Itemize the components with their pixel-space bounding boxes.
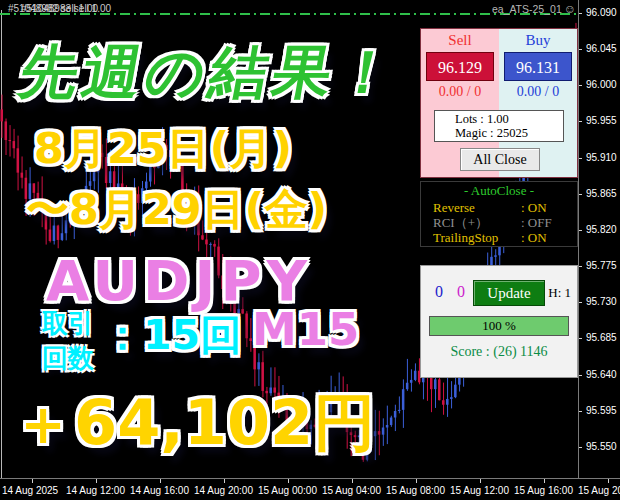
time-axis-label: 15 Aug 16:00 xyxy=(514,485,573,496)
autoclose-title: - AutoClose - xyxy=(421,183,577,199)
order-line-label: #51048983 sell 1.00 xyxy=(21,3,111,14)
price-axis-label: 95.550 xyxy=(586,441,617,452)
time-axis-label: 15 Aug 04:00 xyxy=(322,485,381,496)
count-magenta: 0 xyxy=(457,283,465,301)
price-axis-label: 95.865 xyxy=(586,188,617,199)
overlay-title: 先週の結果！ xyxy=(13,34,406,112)
score-text: Score : (26) 1146 xyxy=(421,344,577,360)
time-axis[interactable]: 14 Aug 202514 Aug 12:0014 Aug 16:0014 Au… xyxy=(0,478,620,500)
overlay-date-line2: 〜8月29日(金) xyxy=(26,181,327,239)
overlay-date-line1: 8月25日(月) xyxy=(34,120,292,178)
update-panel: 0 0 Update H: 1 100 % Score : (26) 1146 xyxy=(420,265,578,378)
overlay-trades-label: 取引 回数 xyxy=(42,306,94,376)
price-axis[interactable]: 96.09096.04596.00095.95595.91095.86595.8… xyxy=(578,0,620,478)
h-counter: H: 1 xyxy=(548,285,571,301)
time-axis-label: 14 Aug 2025 xyxy=(2,485,58,496)
buy-stats: 0.00 / 0 xyxy=(499,84,577,100)
price-axis-label: 95.685 xyxy=(586,332,617,343)
price-axis-label: 95.640 xyxy=(586,369,617,380)
price-tick xyxy=(579,194,582,195)
overlay-profit: ＋64,102円 xyxy=(12,381,375,465)
buy-header: Buy xyxy=(499,32,577,49)
price-tick xyxy=(579,266,582,267)
sell-header: Sell xyxy=(421,32,499,49)
price-tick xyxy=(579,302,582,303)
lots-value: Lots : 1.00 xyxy=(455,112,563,126)
autoclose-label: TrailingStop xyxy=(433,230,521,245)
price-axis-label: 95.820 xyxy=(586,224,617,235)
progress-bar: 100 % xyxy=(429,316,569,336)
price-axis-label: 95.730 xyxy=(586,296,617,307)
price-tick xyxy=(579,121,582,122)
price-axis-label: 95.910 xyxy=(586,152,617,163)
all-close-button[interactable]: All Close xyxy=(460,148,540,171)
price-axis-label: 96.090 xyxy=(586,7,617,18)
price-tick xyxy=(579,338,582,339)
time-tick xyxy=(160,479,161,483)
price-tick xyxy=(579,375,582,376)
autoclose-panel: - AutoClose - Reverse: ONRCI（+）: OFFTrai… xyxy=(420,181,578,247)
time-tick xyxy=(288,479,289,483)
price-axis-label: 95.955 xyxy=(586,115,617,126)
ea-name-text: ea_ATS-25_01 xyxy=(492,3,562,15)
time-tick xyxy=(416,479,417,483)
sell-button[interactable]: 96.129 xyxy=(426,52,494,81)
price-axis-label: 95.595 xyxy=(586,405,617,416)
autoclose-row: Reverse: ON xyxy=(421,200,577,215)
overlay-timeframe: M15 xyxy=(252,303,359,356)
count-blue: 0 xyxy=(435,283,443,301)
ea-smiley-icon[interactable]: ☺ xyxy=(564,3,576,15)
lots-magic-box: Lots : 1.00 Magic : 25025 xyxy=(434,110,564,142)
time-axis-label: 15 Aug 12:00 xyxy=(450,485,509,496)
price-tick xyxy=(579,158,582,159)
magic-value: Magic : 25025 xyxy=(455,126,563,140)
time-tick xyxy=(96,479,97,483)
time-tick xyxy=(32,479,33,483)
time-axis-label: 15 Aug 08:00 xyxy=(386,485,445,496)
autoclose-value: : ON xyxy=(521,230,547,245)
autoclose-value: : ON xyxy=(521,200,547,215)
autoclose-label: RCI（+） xyxy=(433,215,521,230)
time-axis-label: 15 Aug 00:00 xyxy=(258,485,317,496)
price-tick xyxy=(579,13,582,14)
price-axis-label: 96.000 xyxy=(586,79,617,90)
time-axis-label: 14 Aug 16:00 xyxy=(130,485,189,496)
price-tick xyxy=(579,49,582,50)
ea-title: ea_ATS-25_01 ☺ xyxy=(492,3,576,15)
update-row: 0 0 Update H: 1 xyxy=(421,280,577,306)
buy-button[interactable]: 96.131 xyxy=(504,52,572,81)
time-tick xyxy=(224,479,225,483)
autoclose-value: : OFF xyxy=(521,215,552,230)
autoclose-row: RCI（+）: OFF xyxy=(421,215,577,230)
price-tick xyxy=(579,447,582,448)
price-axis-label: 95.775 xyxy=(586,260,617,271)
time-tick xyxy=(352,479,353,483)
autoclose-label: Reverse xyxy=(433,200,521,215)
time-axis-label: 15 Aug 20:00 xyxy=(578,485,620,496)
price-tick xyxy=(579,411,582,412)
mt4-chart-window: #51048982 sell 1.00 #51048983 sell 1.00 … xyxy=(0,0,620,500)
overlay-trades-value: ：15回 xyxy=(102,308,241,363)
time-tick xyxy=(480,479,481,483)
time-axis-label: 14 Aug 12:00 xyxy=(66,485,125,496)
trade-panel: Sell 96.129 0.00 / 0 Buy 96.131 0.00 / 0… xyxy=(420,28,578,178)
price-axis-label: 96.045 xyxy=(586,43,617,54)
time-tick xyxy=(544,479,545,483)
time-axis-label: 14 Aug 20:00 xyxy=(194,485,253,496)
time-tick xyxy=(608,479,609,483)
update-button[interactable]: Update xyxy=(473,280,545,306)
price-tick xyxy=(579,85,582,86)
autoclose-row: TrailingStop: ON xyxy=(421,230,577,245)
price-tick xyxy=(579,230,582,231)
sell-stats: 0.00 / 0 xyxy=(421,84,499,100)
